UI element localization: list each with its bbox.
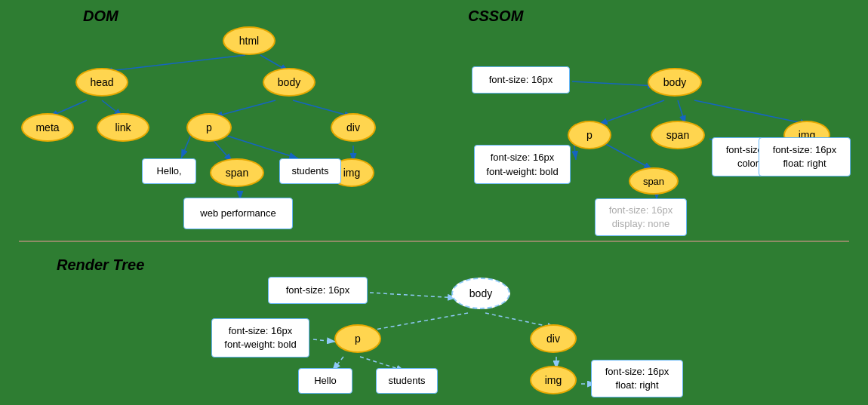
cssom-body-style-box: font-size: 16px bbox=[472, 66, 570, 94]
svg-line-30 bbox=[313, 339, 336, 342]
dom-div-node: div bbox=[331, 113, 376, 142]
dom-students-box: students bbox=[279, 158, 341, 184]
cssom-body-node: body bbox=[648, 68, 702, 97]
cssom-span-sub-style-box: font-size: 16pxdisplay: none bbox=[595, 198, 687, 236]
diagram-container: DOM CSSOM Render Tree html head body met… bbox=[0, 0, 868, 405]
dom-body-node: body bbox=[263, 68, 315, 97]
cssom-label: CSSOM bbox=[468, 8, 523, 25]
svg-line-24 bbox=[362, 313, 468, 332]
rt-body-style-box: font-size: 16px bbox=[268, 277, 368, 304]
svg-line-15 bbox=[599, 100, 664, 124]
dom-head-node: head bbox=[75, 68, 128, 97]
svg-line-7 bbox=[214, 100, 275, 117]
rt-hello-box: Hello bbox=[298, 368, 352, 394]
cssom-p-node: p bbox=[568, 121, 611, 149]
render-tree-label: Render Tree bbox=[57, 256, 144, 274]
svg-line-3 bbox=[103, 55, 245, 72]
svg-line-14 bbox=[572, 81, 657, 86]
rt-img-node: img bbox=[530, 366, 577, 394]
dom-meta-node: meta bbox=[21, 113, 74, 142]
dom-web-performance-box: web performance bbox=[183, 198, 293, 229]
cssom-span-node: span bbox=[651, 121, 705, 149]
dom-html-node: html bbox=[223, 26, 275, 55]
rt-img-style-box: font-size: 16pxfloat: right bbox=[591, 360, 683, 397]
cssom-img-style-box: font-size: 16pxfloat: right bbox=[759, 137, 851, 176]
dom-hello-box: Hello, bbox=[142, 158, 196, 184]
dom-label: DOM bbox=[83, 8, 119, 25]
svg-line-23 bbox=[370, 293, 457, 298]
rt-students-box: students bbox=[376, 368, 438, 394]
rt-p-style-box: font-size: 16pxfont-weight: bold bbox=[211, 318, 309, 357]
cssom-span-inner-node: span bbox=[629, 167, 679, 195]
rt-body-node: body bbox=[451, 278, 510, 309]
dom-p-node: p bbox=[186, 113, 232, 142]
rt-div-node: div bbox=[530, 324, 577, 353]
svg-line-17 bbox=[694, 100, 809, 124]
rt-p-node: p bbox=[334, 324, 381, 353]
cssom-p-style-box: font-size: 16pxfont-weight: bold bbox=[474, 145, 571, 184]
arrows-svg bbox=[0, 0, 868, 405]
dom-span-node: span bbox=[210, 158, 264, 187]
dom-link-node: link bbox=[97, 113, 149, 142]
